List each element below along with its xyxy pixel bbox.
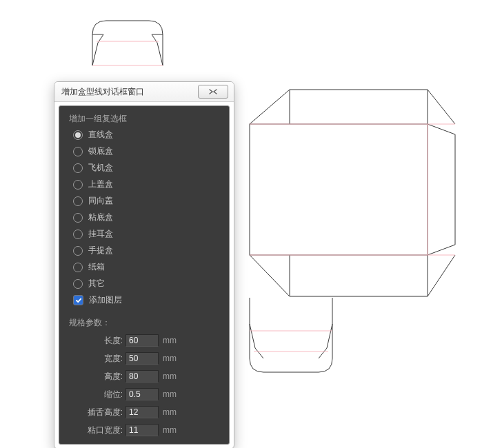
param-label: 缩位: — [69, 389, 126, 400]
radio-label: 粘底盒 — [88, 212, 113, 223]
param-label: 宽度: — [69, 353, 126, 365]
unit-label: mm — [163, 425, 177, 435]
radio-label: 直线盒 — [88, 129, 113, 141]
unit-label: mm — [163, 407, 177, 417]
radio-icon — [73, 246, 83, 256]
radio-icon — [73, 180, 83, 190]
checkbox-add-layer[interactable]: 添加图层 — [73, 294, 219, 306]
dialog-titlebar[interactable]: 增加盒型线对话框窗口 — [54, 82, 234, 102]
radio-option-hang-tab-box[interactable]: 挂耳盒 — [73, 228, 219, 240]
radio-option-airplane-box[interactable]: 飞机盒 — [73, 162, 219, 174]
unit-label: mm — [163, 336, 177, 345]
radio-icon — [73, 163, 83, 173]
radio-icon — [73, 279, 83, 289]
radio-option-other[interactable]: 其它 — [73, 278, 219, 289]
radio-label: 同向盖 — [88, 195, 113, 207]
param-row-width: 宽度: mm — [69, 352, 219, 365]
radio-label: 上盖盒 — [88, 179, 113, 190]
radio-option-handle-box[interactable]: 手提盒 — [73, 245, 219, 256]
param-row-height: 高度: mm — [69, 370, 219, 383]
radio-label: 飞机盒 — [88, 162, 113, 174]
width-input[interactable] — [126, 352, 159, 365]
params-group: 长度: mm 宽度: mm 高度: mm 缩位: mm 插舌高度: — [69, 334, 219, 436]
radio-label: 挂耳盒 — [88, 228, 113, 240]
dialog-panel: 增加一组复选框 直线盒 锁底盒 飞机盒 上盖盒 同向盖 — [59, 105, 230, 445]
param-row-tuck-height: 插舌高度: mm — [69, 406, 219, 418]
radio-icon — [73, 263, 83, 272]
radio-option-lock-bottom-box[interactable]: 锁底盒 — [73, 145, 219, 157]
height-input[interactable] — [126, 370, 159, 383]
param-label: 长度: — [69, 335, 126, 347]
radio-option-same-direction-lid[interactable]: 同向盖 — [73, 195, 219, 207]
param-row-offset: 缩位: mm — [69, 388, 219, 400]
svg-rect-2 — [250, 124, 428, 255]
param-label: 高度: — [69, 371, 126, 383]
box-template-dialog: 增加盒型线对话框窗口 增加一组复选框 直线盒 锁底盒 飞机盒 上盖盒 — [54, 81, 234, 448]
checkbox-label: 添加图层 — [89, 294, 122, 306]
close-button[interactable] — [198, 85, 228, 99]
checkbox-icon — [73, 295, 83, 305]
radio-label: 锁底盒 — [88, 145, 113, 157]
param-label: 粘口宽度: — [69, 425, 126, 436]
length-input[interactable] — [126, 334, 159, 347]
glue-width-input[interactable] — [126, 424, 159, 436]
tuck-height-input[interactable] — [126, 406, 159, 418]
box-type-radio-group: 直线盒 锁底盒 飞机盒 上盖盒 同向盖 粘底盒 — [69, 129, 219, 306]
radio-option-straight-box[interactable]: 直线盒 — [73, 129, 219, 141]
box-type-group-label: 增加一组复选框 — [69, 113, 219, 125]
unit-label: mm — [163, 371, 177, 381]
param-row-length: 长度: mm — [69, 334, 219, 347]
radio-option-top-lid-box[interactable]: 上盖盒 — [73, 179, 219, 190]
dialog-title: 增加盒型线对话框窗口 — [61, 86, 144, 98]
params-section-label: 规格参数： — [69, 317, 219, 329]
radio-option-carton[interactable]: 纸箱 — [73, 261, 219, 273]
radio-icon — [73, 230, 83, 239]
radio-label: 纸箱 — [88, 261, 105, 273]
radio-icon — [73, 147, 83, 156]
close-icon — [208, 88, 219, 95]
param-label: 插舌高度: — [69, 407, 126, 418]
radio-icon — [73, 213, 83, 223]
offset-input[interactable] — [126, 388, 159, 400]
radio-icon — [73, 196, 83, 206]
radio-icon — [73, 130, 83, 140]
radio-label: 手提盒 — [88, 245, 113, 256]
param-row-glue-width: 粘口宽度: mm — [69, 424, 219, 436]
svg-rect-3 — [250, 296, 332, 358]
radio-option-glue-bottom-box[interactable]: 粘底盒 — [73, 212, 219, 223]
unit-label: mm — [163, 354, 177, 363]
radio-label: 其它 — [88, 278, 105, 289]
unit-label: mm — [163, 389, 177, 399]
